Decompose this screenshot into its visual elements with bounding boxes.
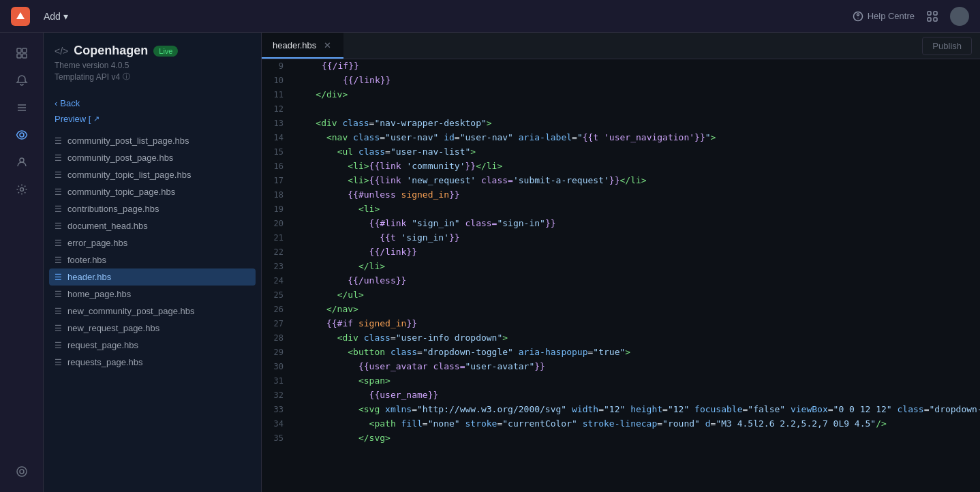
- file-item-requests[interactable]: ☰ requests_page.hbs: [49, 354, 256, 371]
- file-icon: ☰: [55, 136, 62, 146]
- templating-api: Templating API v4 ⓘ: [55, 72, 250, 82]
- file-name: contributions_page.hbs: [67, 204, 159, 214]
- file-name: community_post_page.hbs: [67, 153, 173, 163]
- theme-version: Theme version 4.0.5: [55, 61, 250, 70]
- code-line: 35 </svg>: [262, 431, 980, 446]
- sidebar-icon-dashboard[interactable]: [10, 41, 34, 65]
- topbar-left: Add ▾: [11, 7, 74, 26]
- back-link[interactable]: ‹ Back: [44, 98, 261, 108]
- file-item-contributions[interactable]: ☰ contributions_page.hbs: [49, 200, 256, 217]
- file-item-request[interactable]: ☰ request_page.hbs: [49, 337, 256, 354]
- file-item-new-community-post[interactable]: ☰ new_community_post_page.hbs: [49, 303, 256, 320]
- code-line: 30 {{user_avatar class="user-avatar"}}: [262, 360, 980, 374]
- help-centre-label: Help Centre: [868, 11, 915, 21]
- svg-point-13: [20, 133, 24, 137]
- file-name: request_page.hbs: [67, 340, 138, 350]
- external-link-icon: ↗: [93, 114, 99, 123]
- svg-rect-3: [934, 12, 937, 15]
- file-icon: ☰: [55, 256, 62, 265]
- add-button[interactable]: Add ▾: [38, 8, 74, 25]
- preview-label: Preview [: [55, 114, 91, 124]
- file-item-error-page[interactable]: ☰ error_page.hbs: [49, 234, 256, 251]
- file-icon: ☰: [55, 324, 62, 333]
- logo-icon: [11, 7, 30, 26]
- file-icon: ☰: [55, 341, 62, 350]
- code-line: 16 <li>{{link 'community'}}</li>: [262, 159, 980, 174]
- live-badge: Live: [153, 46, 178, 57]
- editor: header.hbs ✕ Publish 9 {{/if}} 10 {{/lin…: [262, 33, 980, 492]
- file-name: header.hbs: [67, 272, 111, 282]
- sidebar-icon-alerts[interactable]: [10, 68, 34, 93]
- preview-link[interactable]: Preview [ ↗: [44, 114, 261, 132]
- file-tree-panel: </> Copenhagen Live Theme version 4.0.5 …: [44, 33, 262, 492]
- grid-icon[interactable]: [925, 10, 939, 23]
- sidebar-icon-menu[interactable]: [10, 95, 34, 120]
- main-layout: </> Copenhagen Live Theme version 4.0.5 …: [0, 33, 980, 492]
- file-item-home-page[interactable]: ☰ home_page.hbs: [49, 286, 256, 303]
- add-label: Add: [44, 11, 61, 22]
- tab-header-hbs[interactable]: header.hbs ✕: [262, 33, 343, 59]
- code-line: 11 </div>: [262, 88, 980, 102]
- sidebar-icons: [0, 33, 44, 492]
- file-icon-active: ☰: [55, 273, 62, 282]
- code-line: 10 {{/link}}: [262, 74, 980, 88]
- code-line: 19 <li>: [262, 202, 980, 217]
- file-item-community-post-list[interactable]: ☰ community_post_list_page.hbs: [49, 132, 256, 149]
- info-icon[interactable]: ⓘ: [123, 72, 130, 82]
- file-tree-header: </> Copenhagen Live Theme version 4.0.5 …: [44, 33, 261, 93]
- svg-rect-9: [22, 54, 27, 58]
- file-item-new-request[interactable]: ☰ new_request_page.hbs: [49, 320, 256, 337]
- file-name: new_request_page.hbs: [67, 323, 159, 333]
- theme-code-icon: </>: [55, 46, 68, 57]
- code-line: 24 {{/unless}}: [262, 274, 980, 288]
- file-item-community-post[interactable]: ☰ community_post_page.hbs: [49, 149, 256, 166]
- file-name: error_page.hbs: [67, 238, 127, 248]
- file-icon: ☰: [55, 358, 62, 367]
- file-item-header[interactable]: ☰ header.hbs: [49, 268, 256, 286]
- file-name: footer.hbs: [67, 255, 106, 265]
- code-line: 23 </li>: [262, 260, 980, 274]
- file-item-community-topic[interactable]: ☰ community_topic_page.hbs: [49, 183, 256, 200]
- tab-label: header.hbs: [273, 40, 316, 50]
- file-icon: ☰: [55, 307, 62, 316]
- code-line: 20 {{#link "sign_in" class="sign-in"}}: [262, 217, 980, 231]
- code-line: 31 <span>: [262, 374, 980, 388]
- svg-rect-4: [928, 18, 931, 21]
- sidebar-icon-users[interactable]: [10, 150, 34, 174]
- file-item-community-topic-list[interactable]: ☰ community_topic_list_page.hbs: [49, 166, 256, 183]
- code-line: 21 {{t 'sign_in'}}: [262, 231, 980, 245]
- svg-rect-8: [17, 54, 21, 58]
- code-line: 13 <div class="nav-wrapper-desktop">: [262, 117, 980, 131]
- file-item-document-head[interactable]: ☰ document_head.hbs: [49, 217, 256, 234]
- file-icon: ☰: [55, 204, 62, 214]
- publish-button[interactable]: Publish: [922, 37, 972, 55]
- svg-rect-2: [928, 12, 931, 15]
- file-icon: ☰: [55, 170, 62, 180]
- code-line: 26 </nav>: [262, 303, 980, 317]
- help-centre-link[interactable]: Help Centre: [853, 11, 915, 22]
- code-line: 32 {{user_name}}: [262, 388, 980, 403]
- code-line: 14 <nav class="user-nav" id="user-nav" a…: [262, 131, 980, 145]
- file-icon: ☰: [55, 239, 62, 248]
- code-line: 34 <path fill="none" stroke="currentColo…: [262, 417, 980, 431]
- svg-point-15: [20, 188, 23, 191]
- svg-point-17: [20, 470, 24, 474]
- tab-close-button[interactable]: ✕: [322, 40, 333, 50]
- svg-rect-5: [934, 18, 937, 21]
- code-editor[interactable]: 9 {{/if}} 10 {{/link}} 11 </div> 12 13 <…: [262, 59, 980, 492]
- code-line: 12: [262, 102, 980, 117]
- sidebar-icon-preview[interactable]: [10, 123, 34, 147]
- svg-point-14: [20, 158, 24, 162]
- code-line: 27 {{#if signed_in}}: [262, 317, 980, 331]
- sidebar-icon-support[interactable]: [10, 459, 34, 484]
- templating-api-label: Templating API v4: [55, 72, 120, 82]
- code-line: 28 <div class="user-info dropdown">: [262, 331, 980, 345]
- file-item-footer[interactable]: ☰ footer.hbs: [49, 251, 256, 268]
- file-name: document_head.hbs: [67, 221, 148, 231]
- user-avatar[interactable]: [950, 7, 969, 26]
- sidebar-icon-settings[interactable]: [10, 177, 34, 202]
- file-name: community_topic_list_page.hbs: [67, 170, 191, 180]
- code-line: 29 <button class="dropdown-toggle" aria-…: [262, 345, 980, 360]
- svg-point-16: [17, 467, 27, 476]
- svg-marker-0: [16, 12, 25, 19]
